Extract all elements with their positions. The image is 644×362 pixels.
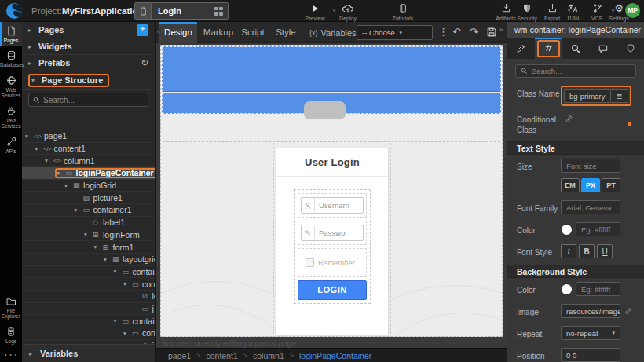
security-button[interactable]: Security [512, 3, 542, 21]
password-input[interactable]: Passwor [301, 225, 364, 241]
background-style-section-header[interactable]: Background Style [507, 265, 644, 278]
section-prefabs[interactable]: ▸ Prefabs ↻ [22, 55, 155, 71]
login-form-group[interactable]: Usernam Passwor [294, 189, 371, 304]
add-page-button[interactable]: + [137, 24, 148, 36]
deploy-button[interactable]: Deploy [333, 3, 363, 21]
caret-down-icon[interactable]: ▾ [31, 77, 42, 84]
section-page-structure[interactable]: ▾ Page Structure [22, 71, 155, 90]
tab-markup[interactable]: Markup [200, 22, 236, 43]
caret-down-icon[interactable]: ▾ [35, 145, 44, 152]
screen-size-select[interactable]: -- Choose Screen Size -- ▾ [357, 25, 433, 40]
caret-down-icon[interactable]: ▾ [25, 133, 34, 140]
refresh-icon[interactable]: ↻ [141, 57, 148, 68]
tree-item-loginpagecontainer-selected[interactable]: ▾▭loginPageContainer [22, 167, 155, 180]
design-page[interactable]: User Login Usernam [160, 45, 503, 337]
tree-item-loginform[interactable]: ▾⊞loginForm [22, 229, 155, 242]
section-pages[interactable]: ▸ Pages + [22, 22, 155, 38]
tree-item-container[interactable]: ▾▭contain [22, 266, 155, 279]
section-widgets[interactable]: ▸ Widgets [22, 38, 155, 55]
breadcrumb-loginpagecontainer[interactable]: loginPageContainer [299, 351, 371, 360]
breadcrumb-column1[interactable]: column1 [253, 351, 284, 360]
caret-down-icon[interactable]: ▾ [123, 330, 132, 337]
underline-button[interactable]: U [597, 244, 613, 258]
variables-dropdown[interactable]: {x} Variables ˅ [309, 22, 364, 43]
remember-me-row[interactable]: Remember ... [298, 248, 367, 277]
password-row[interactable]: Passwor [298, 221, 367, 245]
image-placeholder[interactable] [304, 101, 346, 119]
rail-item-databases[interactable]: Databases [0, 46, 22, 71]
header-section-blue[interactable] [162, 46, 501, 92]
caret-down-icon[interactable]: ▾ [64, 182, 73, 189]
username-row[interactable]: Usernam [298, 193, 367, 218]
tab-script[interactable]: Script [237, 22, 269, 43]
login-button[interactable]: LOGIN [298, 280, 367, 300]
italic-button[interactable]: I [561, 244, 576, 258]
font-family-input[interactable]: Arial, Geneva [561, 200, 620, 214]
tree-item-column1[interactable]: ▾</>column1 [22, 155, 155, 167]
remember-checkbox[interactable] [306, 258, 314, 267]
username-input[interactable]: Usernam [301, 197, 364, 214]
unit-px-button-active[interactable]: PX [581, 178, 600, 192]
caret-right-icon[interactable]: ▸ [28, 27, 38, 34]
caret-right-icon[interactable]: ▸ [28, 43, 38, 50]
tree-item-layoutgrid2[interactable]: ▾▦layoutgrid2 [22, 254, 155, 266]
breadcrumb-content1[interactable]: content1 [206, 351, 237, 360]
rail-item-java-services[interactable]: Java Services [0, 102, 22, 133]
caret-down-icon[interactable]: ▾ [114, 317, 123, 324]
undo-button[interactable]: ↶ [452, 26, 461, 38]
tree-item-form1[interactable]: ▾⊞form1 [22, 241, 155, 254]
tab-security[interactable] [617, 38, 644, 59]
rail-item-apis[interactable]: APIs [0, 133, 22, 157]
caret-down-icon[interactable]: ▾ [57, 170, 66, 177]
caret-down-icon[interactable]: ▾ [104, 256, 112, 263]
rail-item-logs[interactable]: Logs [0, 323, 22, 347]
background-color-input[interactable]: Eg: #ffffff [576, 282, 620, 296]
wavemaker-logo-icon[interactable] [6, 3, 22, 19]
tree-item-content1[interactable]: ▾</>content1 [22, 143, 155, 155]
export-button[interactable]: ˅ Export [539, 3, 565, 21]
tree-item-page1[interactable]: ▾</>page1 [22, 130, 155, 143]
tab-design[interactable]: Design [159, 22, 197, 43]
tree-item-container1[interactable]: ▾▭container1 [22, 204, 155, 217]
class-list-button[interactable]: ≣ [611, 89, 628, 103]
tree-item-container[interactable]: ▾▭con [22, 327, 155, 340]
unit-em-button[interactable]: EM [561, 178, 580, 192]
tab-styles-active[interactable] [535, 38, 562, 59]
bold-button[interactable]: B [579, 244, 595, 258]
caret-down-icon[interactable]: ▾ [114, 268, 123, 275]
unit-pt-button[interactable]: PT [602, 178, 620, 192]
properties-search-input[interactable]: Search... [515, 64, 636, 78]
tree-item-label1[interactable]: ◇label1 [22, 217, 155, 229]
rail-item-pages[interactable]: Pages [0, 22, 22, 46]
bind-link-icon[interactable] [624, 306, 633, 316]
preview-button[interactable]: ˅ Preview [299, 3, 331, 21]
caret-down-icon[interactable]: ▾ [123, 280, 132, 287]
font-color-input[interactable]: Eg: #ffffff [576, 222, 620, 236]
class-name-input[interactable]: bg-primary [564, 89, 611, 103]
tab-comments[interactable] [589, 38, 617, 59]
caret-down-icon[interactable]: ▾ [45, 157, 53, 164]
caret-down-icon[interactable]: ▾ [84, 231, 93, 238]
tab-properties[interactable] [507, 38, 535, 59]
caret-right-icon[interactable]: ▸ [29, 350, 40, 357]
color-swatch[interactable] [561, 224, 573, 236]
i18n-button[interactable]: I18N [562, 3, 584, 21]
caret-down-icon[interactable]: ▾ [75, 207, 83, 214]
background-repeat-select[interactable]: no-repeat ▾ [561, 326, 620, 340]
caret-down-icon[interactable]: ▾ [94, 243, 103, 250]
tab-style[interactable]: Style [271, 22, 301, 43]
grid-icon[interactable] [214, 7, 223, 16]
tree-item-container[interactable]: ▾▭contain [22, 315, 155, 327]
section-variables[interactable]: ▸ Variables [22, 344, 155, 362]
color-swatch[interactable] [561, 283, 573, 295]
tutorials-button[interactable]: Tutorials [386, 3, 419, 21]
caret-right-icon[interactable]: ▸ [28, 60, 38, 67]
text-style-section-header[interactable]: Text Style [507, 141, 644, 155]
structure-search-input[interactable]: Search... [28, 93, 148, 107]
collapse-right-panel-button[interactable]: » [496, 23, 507, 37]
background-position-input[interactable]: 0 0 [561, 348, 620, 362]
tree-item-j-username[interactable]: ▭j_us [22, 303, 155, 316]
tree-item-icon[interactable]: ⊘ico [22, 291, 155, 303]
background-image-input[interactable]: resources/images/im [561, 304, 620, 318]
rail-item-web-services[interactable]: Web Services [0, 71, 22, 102]
